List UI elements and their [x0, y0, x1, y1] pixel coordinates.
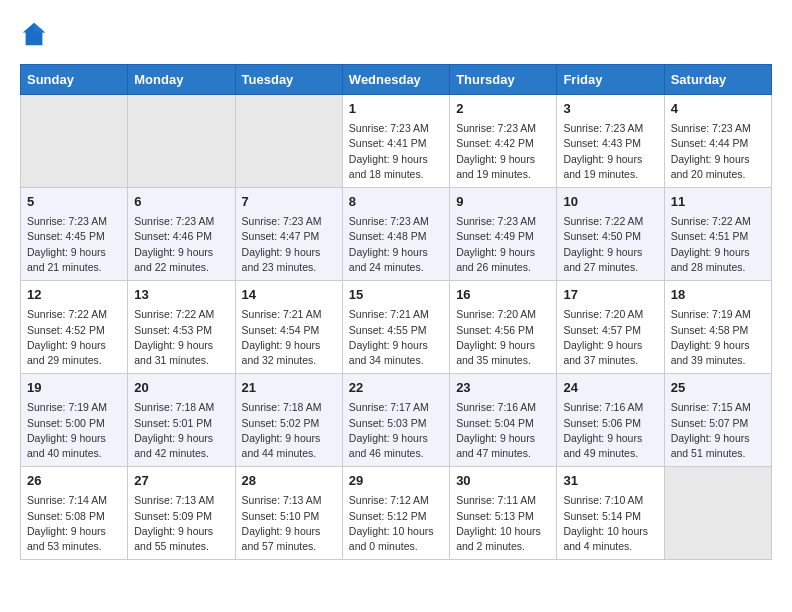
- day-number: 22: [349, 379, 443, 397]
- day-number: 20: [134, 379, 228, 397]
- week-row-1: 1Sunrise: 7:23 AM Sunset: 4:41 PM Daylig…: [21, 95, 772, 188]
- day-info: Sunrise: 7:21 AM Sunset: 4:54 PM Dayligh…: [242, 307, 336, 368]
- day-info: Sunrise: 7:23 AM Sunset: 4:45 PM Dayligh…: [27, 214, 121, 275]
- day-info: Sunrise: 7:16 AM Sunset: 5:04 PM Dayligh…: [456, 400, 550, 461]
- day-cell: 16Sunrise: 7:20 AM Sunset: 4:56 PM Dayli…: [450, 281, 557, 374]
- day-cell: 4Sunrise: 7:23 AM Sunset: 4:44 PM Daylig…: [664, 95, 771, 188]
- day-cell: 6Sunrise: 7:23 AM Sunset: 4:46 PM Daylig…: [128, 188, 235, 281]
- day-cell: 29Sunrise: 7:12 AM Sunset: 5:12 PM Dayli…: [342, 467, 449, 560]
- day-info: Sunrise: 7:18 AM Sunset: 5:02 PM Dayligh…: [242, 400, 336, 461]
- day-number: 4: [671, 100, 765, 118]
- day-cell: 12Sunrise: 7:22 AM Sunset: 4:52 PM Dayli…: [21, 281, 128, 374]
- day-info: Sunrise: 7:23 AM Sunset: 4:46 PM Dayligh…: [134, 214, 228, 275]
- day-number: 13: [134, 286, 228, 304]
- day-number: 30: [456, 472, 550, 490]
- day-cell: 21Sunrise: 7:18 AM Sunset: 5:02 PM Dayli…: [235, 374, 342, 467]
- day-number: 17: [563, 286, 657, 304]
- day-cell: [664, 467, 771, 560]
- day-info: Sunrise: 7:19 AM Sunset: 5:00 PM Dayligh…: [27, 400, 121, 461]
- day-info: Sunrise: 7:23 AM Sunset: 4:43 PM Dayligh…: [563, 121, 657, 182]
- day-cell: 1Sunrise: 7:23 AM Sunset: 4:41 PM Daylig…: [342, 95, 449, 188]
- day-info: Sunrise: 7:12 AM Sunset: 5:12 PM Dayligh…: [349, 493, 443, 554]
- day-cell: 3Sunrise: 7:23 AM Sunset: 4:43 PM Daylig…: [557, 95, 664, 188]
- day-number: 25: [671, 379, 765, 397]
- day-number: 19: [27, 379, 121, 397]
- column-header-tuesday: Tuesday: [235, 65, 342, 95]
- day-info: Sunrise: 7:17 AM Sunset: 5:03 PM Dayligh…: [349, 400, 443, 461]
- day-cell: 17Sunrise: 7:20 AM Sunset: 4:57 PM Dayli…: [557, 281, 664, 374]
- day-info: Sunrise: 7:18 AM Sunset: 5:01 PM Dayligh…: [134, 400, 228, 461]
- day-number: 11: [671, 193, 765, 211]
- column-header-friday: Friday: [557, 65, 664, 95]
- day-number: 29: [349, 472, 443, 490]
- day-info: Sunrise: 7:23 AM Sunset: 4:48 PM Dayligh…: [349, 214, 443, 275]
- day-cell: 26Sunrise: 7:14 AM Sunset: 5:08 PM Dayli…: [21, 467, 128, 560]
- svg-marker-1: [34, 23, 45, 33]
- column-header-thursday: Thursday: [450, 65, 557, 95]
- day-cell: 8Sunrise: 7:23 AM Sunset: 4:48 PM Daylig…: [342, 188, 449, 281]
- day-cell: 27Sunrise: 7:13 AM Sunset: 5:09 PM Dayli…: [128, 467, 235, 560]
- day-cell: 25Sunrise: 7:15 AM Sunset: 5:07 PM Dayli…: [664, 374, 771, 467]
- header-row: SundayMondayTuesdayWednesdayThursdayFrid…: [21, 65, 772, 95]
- day-number: 15: [349, 286, 443, 304]
- day-number: 31: [563, 472, 657, 490]
- day-cell: 5Sunrise: 7:23 AM Sunset: 4:45 PM Daylig…: [21, 188, 128, 281]
- day-number: 26: [27, 472, 121, 490]
- day-cell: 2Sunrise: 7:23 AM Sunset: 4:42 PM Daylig…: [450, 95, 557, 188]
- logo: [20, 20, 52, 48]
- day-number: 21: [242, 379, 336, 397]
- day-number: 8: [349, 193, 443, 211]
- day-info: Sunrise: 7:23 AM Sunset: 4:47 PM Dayligh…: [242, 214, 336, 275]
- day-cell: 15Sunrise: 7:21 AM Sunset: 4:55 PM Dayli…: [342, 281, 449, 374]
- day-number: 1: [349, 100, 443, 118]
- day-cell: 14Sunrise: 7:21 AM Sunset: 4:54 PM Dayli…: [235, 281, 342, 374]
- day-info: Sunrise: 7:23 AM Sunset: 4:44 PM Dayligh…: [671, 121, 765, 182]
- day-number: 23: [456, 379, 550, 397]
- day-cell: 7Sunrise: 7:23 AM Sunset: 4:47 PM Daylig…: [235, 188, 342, 281]
- day-cell: 20Sunrise: 7:18 AM Sunset: 5:01 PM Dayli…: [128, 374, 235, 467]
- day-info: Sunrise: 7:22 AM Sunset: 4:52 PM Dayligh…: [27, 307, 121, 368]
- day-number: 9: [456, 193, 550, 211]
- day-info: Sunrise: 7:20 AM Sunset: 4:57 PM Dayligh…: [563, 307, 657, 368]
- day-number: 28: [242, 472, 336, 490]
- day-number: 14: [242, 286, 336, 304]
- day-info: Sunrise: 7:13 AM Sunset: 5:10 PM Dayligh…: [242, 493, 336, 554]
- day-number: 2: [456, 100, 550, 118]
- day-number: 18: [671, 286, 765, 304]
- day-cell: 19Sunrise: 7:19 AM Sunset: 5:00 PM Dayli…: [21, 374, 128, 467]
- day-number: 3: [563, 100, 657, 118]
- column-header-saturday: Saturday: [664, 65, 771, 95]
- day-cell: 10Sunrise: 7:22 AM Sunset: 4:50 PM Dayli…: [557, 188, 664, 281]
- day-info: Sunrise: 7:10 AM Sunset: 5:14 PM Dayligh…: [563, 493, 657, 554]
- day-cell: 28Sunrise: 7:13 AM Sunset: 5:10 PM Dayli…: [235, 467, 342, 560]
- day-cell: [21, 95, 128, 188]
- day-cell: 9Sunrise: 7:23 AM Sunset: 4:49 PM Daylig…: [450, 188, 557, 281]
- day-info: Sunrise: 7:22 AM Sunset: 4:53 PM Dayligh…: [134, 307, 228, 368]
- week-row-4: 19Sunrise: 7:19 AM Sunset: 5:00 PM Dayli…: [21, 374, 772, 467]
- day-info: Sunrise: 7:23 AM Sunset: 4:42 PM Dayligh…: [456, 121, 550, 182]
- day-cell: 11Sunrise: 7:22 AM Sunset: 4:51 PM Dayli…: [664, 188, 771, 281]
- day-info: Sunrise: 7:23 AM Sunset: 4:41 PM Dayligh…: [349, 121, 443, 182]
- day-cell: 23Sunrise: 7:16 AM Sunset: 5:04 PM Dayli…: [450, 374, 557, 467]
- day-info: Sunrise: 7:19 AM Sunset: 4:58 PM Dayligh…: [671, 307, 765, 368]
- day-info: Sunrise: 7:16 AM Sunset: 5:06 PM Dayligh…: [563, 400, 657, 461]
- day-number: 24: [563, 379, 657, 397]
- day-info: Sunrise: 7:13 AM Sunset: 5:09 PM Dayligh…: [134, 493, 228, 554]
- day-info: Sunrise: 7:15 AM Sunset: 5:07 PM Dayligh…: [671, 400, 765, 461]
- day-info: Sunrise: 7:23 AM Sunset: 4:49 PM Dayligh…: [456, 214, 550, 275]
- column-header-sunday: Sunday: [21, 65, 128, 95]
- column-header-monday: Monday: [128, 65, 235, 95]
- day-cell: 13Sunrise: 7:22 AM Sunset: 4:53 PM Dayli…: [128, 281, 235, 374]
- week-row-2: 5Sunrise: 7:23 AM Sunset: 4:45 PM Daylig…: [21, 188, 772, 281]
- day-cell: 22Sunrise: 7:17 AM Sunset: 5:03 PM Dayli…: [342, 374, 449, 467]
- day-info: Sunrise: 7:14 AM Sunset: 5:08 PM Dayligh…: [27, 493, 121, 554]
- week-row-5: 26Sunrise: 7:14 AM Sunset: 5:08 PM Dayli…: [21, 467, 772, 560]
- day-number: 27: [134, 472, 228, 490]
- day-number: 10: [563, 193, 657, 211]
- day-number: 6: [134, 193, 228, 211]
- column-header-wednesday: Wednesday: [342, 65, 449, 95]
- day-cell: [235, 95, 342, 188]
- day-number: 12: [27, 286, 121, 304]
- day-info: Sunrise: 7:22 AM Sunset: 4:51 PM Dayligh…: [671, 214, 765, 275]
- day-cell: 30Sunrise: 7:11 AM Sunset: 5:13 PM Dayli…: [450, 467, 557, 560]
